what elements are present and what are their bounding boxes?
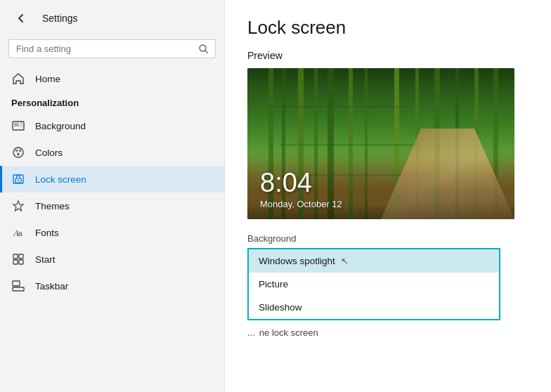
dropdown-option-windows-spotlight[interactable]: Windows spotlight ↖ [249,249,499,273]
main-content: Lock screen Preview 8:04 [225,0,551,392]
sidebar-item-start-label: Start [35,254,56,265]
svg-point-8 [15,150,18,152]
sidebar-header: Settings [0,0,224,37]
svg-rect-21 [13,281,20,286]
taskbar-icon [11,279,25,293]
background-dropdown[interactable]: Windows spotlight ↖ Picture Slideshow [247,248,500,320]
sidebar-item-home[interactable]: Home [0,65,224,92]
sidebar-item-colors-label: Colors [35,148,63,158]
svg-point-10 [17,153,20,156]
sidebar-item-themes-label: Themes [35,201,70,211]
svg-point-7 [13,148,23,157]
sidebar-item-background-label: Background [35,121,86,131]
cursor-indicator: ↖ [341,256,349,266]
sidebar-item-start[interactable]: Start [0,246,224,273]
sidebar-title: Settings [42,13,78,24]
svg-line-1 [205,51,208,53]
dropdown-option-windows-spotlight-label: Windows spotlight [259,256,335,266]
search-box[interactable] [8,39,216,58]
personalization-section-label: Personalization [0,92,224,112]
bottom-partial-text: ... [247,327,255,338]
sidebar-item-fonts[interactable]: A a Fonts [0,219,224,246]
search-input[interactable] [16,44,193,54]
fonts-icon: A a [11,226,25,240]
sidebar-item-taskbar-label: Taskbar [35,281,68,292]
start-icon [11,252,25,266]
background-icon [11,119,25,133]
sidebar-item-home-label: Home [35,74,60,84]
lock-screen-icon [11,172,25,186]
dropdown-option-picture[interactable]: Picture [249,273,499,296]
preview-overlay: 8:04 Monday, October 12 [247,159,514,219]
sidebar: Settings Home Personalization [0,0,225,392]
preview-time: 8:04 [260,169,502,196]
svg-rect-19 [19,260,23,264]
dropdown-option-slideshow[interactable]: Slideshow [249,296,499,319]
sidebar-item-colors[interactable]: Colors [0,139,224,166]
preview-label: Preview [247,50,529,61]
svg-rect-18 [13,260,18,264]
svg-point-13 [18,180,19,181]
svg-rect-16 [13,254,18,259]
svg-rect-11 [13,175,23,183]
svg-rect-20 [13,287,24,291]
page-title: Lock screen [247,17,529,39]
bottom-text-row: ... ne lock screen [247,327,529,338]
home-icon [11,72,25,86]
sidebar-item-fonts-label: Fonts [35,228,59,238]
preview-date: Monday, October 12 [260,199,502,209]
dropdown-option-slideshow-label: Slideshow [259,302,302,313]
sidebar-item-taskbar[interactable]: Taskbar [0,273,224,299]
svg-rect-3 [14,123,19,126]
sidebar-item-lock-screen[interactable]: Lock screen [0,166,224,192]
themes-icon [11,199,25,213]
dropdown-option-picture-label: Picture [259,279,288,289]
sidebar-item-themes[interactable]: Themes [0,192,224,219]
bottom-text: ne lock screen [259,327,318,338]
background-label: Background [247,233,529,244]
sidebar-item-lock-screen-label: Lock screen [35,174,86,185]
svg-point-9 [19,150,22,152]
lock-screen-preview: 8:04 Monday, October 12 [247,68,514,219]
sidebar-item-background[interactable]: Background [0,112,224,139]
colors-icon [11,145,25,159]
svg-rect-17 [19,254,23,259]
svg-text:a: a [18,230,22,237]
back-button[interactable] [11,8,31,28]
search-icon [199,44,208,53]
